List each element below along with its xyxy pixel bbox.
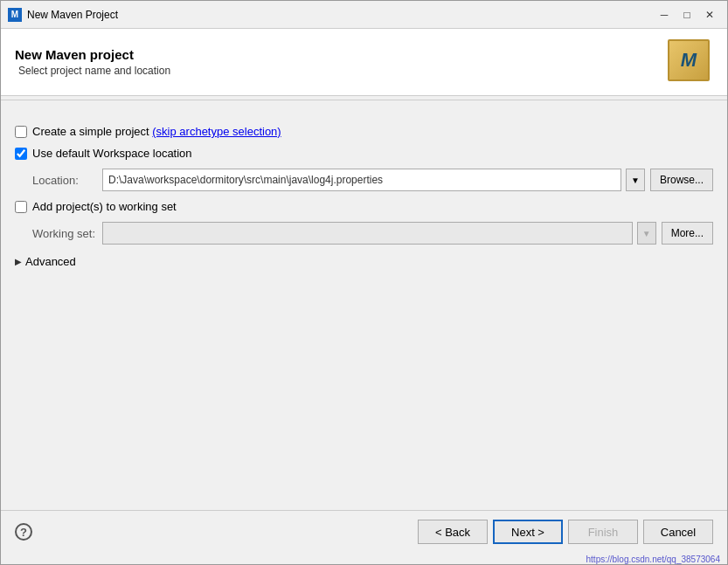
working-set-input	[102, 222, 633, 245]
advanced-expand-icon: ▶	[15, 257, 22, 266]
watermark: https://blog.csdn.net/qq_38573064	[1, 553, 727, 564]
title-bar: M New Maven Project ─ □ ✕	[1, 1, 727, 29]
default-workspace-checkbox[interactable]	[15, 148, 27, 160]
header-text: New Maven project Select project name an…	[15, 47, 170, 77]
working-set-dropdown-arrow: ▼	[637, 222, 656, 245]
finish-button: Finish	[568, 520, 638, 544]
footer-buttons: < Back Next > Finish Cancel	[418, 520, 713, 544]
footer-left: ?	[15, 523, 32, 541]
main-window: M New Maven Project ─ □ ✕ New Maven proj…	[0, 0, 728, 565]
simple-project-checkbox[interactable]	[15, 126, 27, 138]
working-set-checkbox-row: Add project(s) to working set	[15, 200, 713, 213]
window-icon: M	[8, 8, 22, 22]
default-workspace-label: Use default Workspace location	[32, 147, 192, 160]
add-working-set-checkbox[interactable]	[15, 201, 27, 213]
window-title: New Maven Project	[27, 9, 118, 21]
simple-project-row: Create a simple project (skip archetype …	[15, 125, 713, 138]
header-section: New Maven project Select project name an…	[1, 29, 727, 96]
working-set-row: Working set: ▼ More...	[15, 222, 713, 245]
maven-logo: M	[668, 39, 713, 85]
default-workspace-row: Use default Workspace location	[15, 147, 713, 160]
location-input[interactable]	[102, 169, 621, 191]
working-set-label: Working set:	[32, 227, 102, 240]
skip-archetype-link[interactable]: (skip archetype selection)	[152, 125, 281, 138]
dialog-subtitle: Select project name and location	[15, 65, 170, 77]
cancel-button[interactable]: Cancel	[643, 520, 713, 544]
close-button[interactable]: ✕	[699, 6, 720, 24]
location-field-wrap: ▼ Browse...	[102, 169, 713, 191]
simple-project-label: Create a simple project (skip archetype …	[32, 125, 281, 138]
advanced-row[interactable]: ▶ Advanced	[15, 253, 713, 270]
minimize-button[interactable]: ─	[654, 6, 675, 24]
maximize-button[interactable]: □	[676, 6, 697, 24]
footer: ? < Back Next > Finish Cancel	[1, 510, 727, 553]
dialog-title: New Maven project	[15, 47, 170, 62]
maven-icon-inner: M	[668, 39, 710, 81]
advanced-label: Advanced	[25, 255, 76, 268]
back-button[interactable]: < Back	[418, 520, 488, 544]
title-bar-left: M New Maven Project	[8, 8, 118, 22]
title-bar-controls: ─ □ ✕	[654, 6, 720, 24]
location-dropdown-arrow[interactable]: ▼	[626, 169, 645, 191]
location-label: Location:	[32, 174, 102, 187]
help-button[interactable]: ?	[15, 523, 32, 541]
content-area: Create a simple project (skip archetype …	[1, 111, 727, 510]
browse-button[interactable]: Browse...	[650, 169, 713, 191]
add-working-set-label: Add project(s) to working set	[32, 200, 177, 213]
location-row: Location: ▼ Browse...	[15, 169, 713, 191]
next-button[interactable]: Next >	[493, 520, 563, 544]
more-button[interactable]: More...	[662, 222, 713, 245]
working-set-field-wrap: ▼ More...	[102, 222, 713, 245]
